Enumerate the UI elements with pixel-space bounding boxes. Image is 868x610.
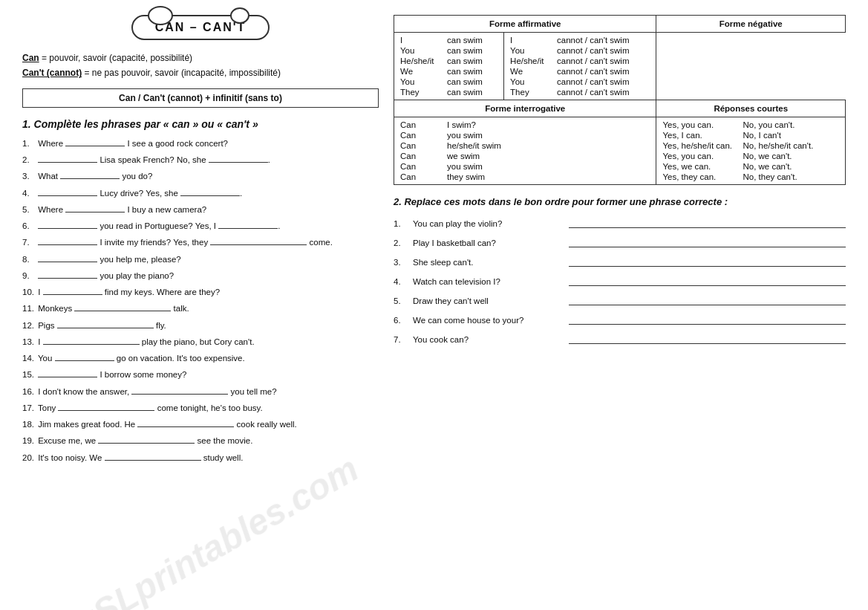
list-item: 10. I find my keys. Where are they? xyxy=(22,286,379,299)
negative-cell: Icannot / can't swim Youcannot / can't s… xyxy=(504,33,656,100)
interrogative-header: Forme interrogative xyxy=(394,100,656,117)
title-cloud-shape: CAN – CAN'T xyxy=(131,15,270,40)
list-item: 12. Pigs fly. xyxy=(22,319,379,332)
list-item: 13. I play the piano, but Cory can't. xyxy=(22,336,379,348)
exercise1-list: 1. Where I see a good rock concert? 2. L… xyxy=(22,137,379,464)
list-item: 4. Lucy drive? Yes, she . xyxy=(22,187,379,200)
list-item: 9. you play the piano? xyxy=(22,270,379,282)
list-item: 3. She sleep can't. xyxy=(394,256,846,267)
list-item: 19. Excuse me, we see the movie. xyxy=(22,435,379,447)
affirmative-cell: Ican swim Youcan swim He/she/itcan swim … xyxy=(394,33,504,100)
list-item: 5. Draw they can't well xyxy=(394,295,846,305)
list-item: 7. I invite my friends? Yes, they come. xyxy=(22,236,379,249)
list-item: 2. Play I basketball can? xyxy=(394,237,846,247)
negative-header: Forme négative xyxy=(656,16,846,33)
cant-definition: Can't (cannot) = ne pas pouvoir, savoir … xyxy=(22,65,379,80)
definitions-block: Can = pouvoir, savoir (capacité, possibi… xyxy=(22,51,379,81)
list-item: 11. Monkeys talk. xyxy=(22,302,379,315)
list-item: 4. Watch can television I? xyxy=(394,276,846,286)
affirmative-header: Forme affirmative xyxy=(394,16,656,33)
list-item: 1. You can play the violin? xyxy=(394,218,846,228)
list-item: 3. What you do? xyxy=(22,170,379,183)
can-definition: Can = pouvoir, savoir (capacité, possibi… xyxy=(22,51,379,65)
watermark: zSLprintables.com xyxy=(71,448,365,610)
section1-heading: 1. Complète les phrases par « can » ou «… xyxy=(22,118,379,130)
list-item: 2. Lisa speak French? No, she . xyxy=(22,154,379,166)
title-area: CAN – CAN'T xyxy=(22,15,379,40)
exercise2-list: 1. You can play the violin? 2. Play I ba… xyxy=(394,218,846,344)
list-item: 20. It's too noisy. We study well. xyxy=(22,452,379,464)
page-title: CAN – CAN'T xyxy=(155,21,247,33)
list-item: 18. Jim makes great food. He cook really… xyxy=(22,418,379,431)
list-item: 6. you read in Portuguese? Yes, I . xyxy=(22,220,379,233)
list-item: 1. Where I see a good rock concert? xyxy=(22,137,379,150)
list-item: 16. I don't know the answer, you tell me… xyxy=(22,386,379,398)
short-answers-header: Réponses courtes xyxy=(656,100,846,117)
list-item: 15. I borrow some money? xyxy=(22,369,379,381)
list-item: 5. Where I buy a new camera? xyxy=(22,204,379,216)
list-item: 6. We can come house to your? xyxy=(394,314,846,325)
grammar-table: Forme affirmative Forme négative Ican sw… xyxy=(394,15,846,185)
list-item: 14. You go on vacation. It's too expensi… xyxy=(22,352,379,365)
list-item: 7. You cook can? xyxy=(394,334,846,344)
formula-text: Can / Can't (cannot) + infinitif (sans t… xyxy=(119,93,282,103)
formula-box: Can / Can't (cannot) + infinitif (sans t… xyxy=(22,88,379,108)
list-item: 17. Tony come tonight, he's too busy. xyxy=(22,402,379,415)
left-column: CAN – CAN'T Can = pouvoir, savoir (capac… xyxy=(22,15,379,468)
right-column: Forme affirmative Forme négative Ican sw… xyxy=(394,15,846,353)
section2-heading: 2. Replace ces mots dans le bon ordre po… xyxy=(394,195,846,209)
interrogative-cell: CanI swim? Canyou swim Canhe/she/it swim… xyxy=(394,117,656,185)
short-answers-cell: Yes, you can.No, you can't. Yes, I can.N… xyxy=(656,117,846,185)
list-item: 8. you help me, please? xyxy=(22,253,379,266)
